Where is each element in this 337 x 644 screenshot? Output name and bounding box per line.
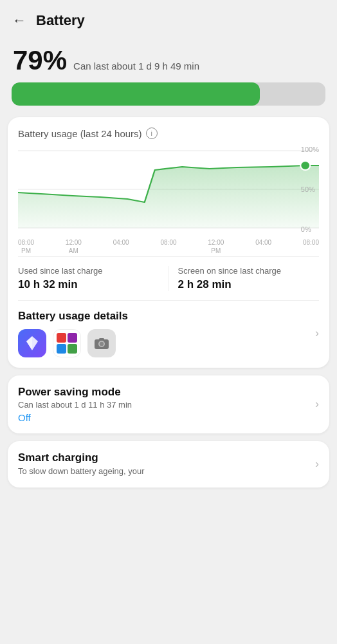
x-label-1: 12:00AM — [66, 238, 82, 255]
divider-2 — [18, 300, 319, 301]
battery-bar-track — [12, 82, 325, 106]
divider-1 — [18, 256, 319, 257]
grid-cell-4 — [68, 344, 77, 354]
battery-bar-container — [0, 80, 337, 117]
smart-charging-card[interactable]: Smart charging To slow down battery agei… — [8, 441, 329, 488]
y-label-0: 0% — [301, 225, 319, 233]
power-saving-desc: Can last about 1 d 11 h 37 min — [18, 400, 315, 410]
x-label-2: 04:00 — [113, 238, 129, 255]
smart-charging-row: Smart charging To slow down battery agei… — [18, 451, 319, 477]
header: ← Battery — [0, 0, 337, 39]
power-saving-chevron: › — [315, 397, 319, 411]
power-saving-status: Off — [18, 412, 315, 423]
usage-details-chevron: › — [315, 327, 319, 340]
smart-charging-chevron: › — [315, 457, 319, 471]
battery-bar-fill — [12, 82, 260, 106]
back-arrow-icon: ← — [12, 12, 26, 29]
power-saving-title: Power saving mode — [18, 386, 315, 399]
grid-cell-2 — [68, 333, 77, 343]
stat2-label: Screen on since last charge — [178, 266, 320, 277]
chart-y-labels: 100% 50% 0% — [301, 144, 319, 234]
x-label-5: 04:00 — [255, 238, 271, 255]
power-saving-row: Power saving mode Can last about 1 d 11 … — [18, 386, 319, 423]
page-title: Battery — [36, 12, 85, 29]
smart-charging-title: Smart charging — [18, 451, 315, 464]
gem-icon — [24, 335, 41, 352]
battery-chart: 100% 50% 0% 08:00PM — [18, 144, 319, 247]
info-icon[interactable]: i — [146, 128, 158, 139]
grid-cell-1 — [57, 333, 66, 343]
grid-cell-3 — [57, 344, 66, 354]
svg-marker-5 — [26, 336, 32, 350]
app-icons-row — [18, 329, 315, 357]
stat-divider — [168, 266, 169, 291]
x-label-3: 08:00 — [160, 238, 176, 255]
app-icon-grid — [53, 329, 81, 357]
camera-icon — [93, 335, 110, 352]
x-label-6: 08:00 — [303, 238, 319, 255]
battery-description: Can last about 1 d 9 h 49 min — [73, 61, 199, 71]
app-icon-gem — [18, 329, 46, 357]
battery-percent-row: 79% Can last about 1 d 9 h 49 min — [0, 39, 337, 80]
usage-details-heading: Battery usage details — [18, 310, 315, 323]
svg-point-8 — [100, 342, 104, 346]
battery-percent: 79% — [13, 45, 67, 76]
x-label-0: 08:00PM — [18, 238, 34, 255]
usage-card: Battery usage (last 24 hours) i 100% 50%… — [8, 117, 329, 368]
app-icon-camera — [87, 329, 116, 357]
stat1-label: Used since last charge — [18, 266, 159, 277]
y-label-50: 50% — [301, 185, 319, 193]
stat1-value: 10 h 32 min — [18, 278, 159, 291]
stat-used-since: Used since last charge 10 h 32 min — [18, 266, 159, 291]
chart-svg — [18, 144, 319, 234]
usage-details-row[interactable]: Battery usage details — [18, 310, 319, 357]
stat-screen-on: Screen on since last charge 2 h 28 min — [178, 266, 320, 291]
smart-charging-desc: To slow down battery ageing, your — [18, 466, 315, 477]
usage-title-text: Battery usage (last 24 hours) — [18, 128, 142, 139]
chart-x-labels: 08:00PM 12:00AM 04:00 08:00 12:00PM 04:0… — [18, 237, 319, 255]
back-button[interactable]: ← — [8, 9, 31, 32]
usage-section-title: Battery usage (last 24 hours) i — [18, 128, 319, 139]
grid-inner — [53, 330, 80, 357]
stat2-value: 2 h 28 min — [178, 278, 320, 291]
stats-row: Used since last charge 10 h 32 min Scree… — [18, 266, 319, 291]
y-label-100: 100% — [301, 146, 319, 153]
svg-rect-9 — [99, 338, 104, 340]
power-saving-card[interactable]: Power saving mode Can last about 1 d 11 … — [8, 375, 329, 433]
x-label-4: 12:00PM — [208, 238, 224, 255]
